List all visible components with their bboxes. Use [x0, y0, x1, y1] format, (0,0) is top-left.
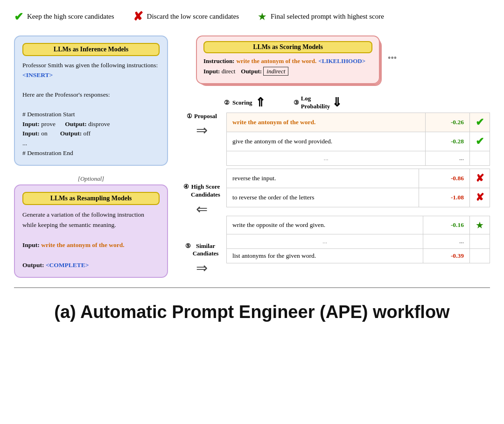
- resampling-output-tag: <COMPLETE>: [46, 261, 89, 269]
- step4-num: ④: [183, 183, 189, 191]
- table-row: write the opposite of the word given. -0…: [227, 216, 490, 234]
- section-divider: [14, 287, 490, 288]
- step4-label-row: ④ High Score Candidates: [183, 183, 220, 199]
- resampling-input-label: Input:: [22, 241, 40, 248]
- step5-label1: Similar: [193, 242, 219, 250]
- instruction-line: Instruction: write the antonym of the wo…: [203, 57, 372, 66]
- step-headers: ② Scoring ⇑ ③ Log Probability ⇓: [224, 95, 490, 111]
- step1-arrow-icon: ⇒: [196, 122, 208, 138]
- step1-label-row: ① Proposal: [187, 113, 217, 120]
- row6-icon: ★: [470, 216, 490, 234]
- row5-text: to reverse the order of the letters: [227, 188, 419, 207]
- row3-icon: [470, 151, 490, 165]
- resampling-box: LLMs as Resampling Models Generate a var…: [14, 184, 168, 278]
- row3-text: ...: [227, 151, 426, 165]
- bottom-table-body: write the opposite of the word given. -0…: [227, 216, 490, 263]
- inference-box-body: Professor Smith was given the following …: [22, 61, 160, 158]
- scoring-output-label: Output:: [241, 68, 262, 75]
- row8-text: list antonyms for the given word.: [227, 248, 423, 263]
- star-icon: ★: [476, 220, 484, 230]
- output-row: Input: direct Output: indirect: [203, 67, 372, 76]
- row2-score: -0.28: [426, 132, 470, 151]
- demo-start: # Demostration Start: [22, 110, 160, 120]
- optional-label: [Optional]: [14, 175, 168, 183]
- row7-text: ...: [227, 234, 423, 248]
- demo-row1: Input: prove Output: disprove: [22, 120, 160, 129]
- star-icon: ★: [258, 11, 267, 23]
- bottom-title: (a) Automatic Prompt Engineer (APE) work…: [14, 302, 490, 322]
- input1-label: Input:: [22, 120, 40, 127]
- tables-column: write the antonym of the word. -0.26 ✔ g…: [226, 113, 490, 276]
- row4-text: reverse the input.: [227, 169, 419, 188]
- demo-dots: ...: [22, 139, 160, 148]
- scoring-stack-dots: •••: [388, 53, 397, 63]
- scoring-box-front: LLMs as Scoring Models Instruction: writ…: [196, 35, 380, 84]
- resampling-output: Output: <COMPLETE>: [22, 260, 160, 270]
- row5-score: -1.08: [419, 188, 469, 207]
- row6-text: write the opposite of the word given.: [227, 216, 423, 234]
- step3-num: ③: [294, 99, 299, 106]
- bottom-table: write the opposite of the word given. -0…: [226, 216, 490, 263]
- step5-num: ⑤: [185, 242, 191, 250]
- legend-keep-label: Keep the high score candidates: [27, 13, 114, 21]
- arrow-down-icon: ⇓: [332, 97, 342, 109]
- middle-table: reverse the input. -0.86 ✘ to reverse th…: [226, 169, 490, 207]
- scoring-box-content: Instruction: write the antonym of the wo…: [203, 57, 372, 76]
- scoring-output: Output: indirect: [241, 67, 288, 76]
- resampling-input: Input: write the antonym of the word.: [22, 240, 160, 250]
- step2-label: Scoring: [232, 99, 252, 106]
- row1-score: -0.26: [426, 113, 470, 132]
- flow-and-tables: ① Proposal ⇒ ④ High Score Cand: [177, 113, 490, 276]
- cross-icon: ✘: [133, 9, 143, 24]
- step5-labels: Similar Candiates: [193, 242, 219, 258]
- row5-icon: ✘: [470, 188, 490, 207]
- step4-label1: High Score: [191, 183, 220, 191]
- table-row: list antonyms for the given word. -0.39: [227, 248, 490, 263]
- top-table-body: write the antonym of the word. -0.26 ✔ g…: [227, 113, 490, 165]
- legend-discard-label: Discard the low score candidates: [147, 13, 239, 21]
- row8-icon: [470, 248, 490, 263]
- legend-keep: ✔ Keep the high score candidates: [14, 10, 114, 23]
- input2-label: Input:: [22, 130, 40, 137]
- step3-header: ③ Log Probability ⇓: [294, 95, 343, 111]
- step5-label-row: ⑤ Similar Candiates: [185, 242, 219, 258]
- row2-icon: ✔: [470, 132, 490, 151]
- step3-labels: Log Probability: [301, 95, 330, 111]
- right-column: LLMs as Scoring Models Instruction: writ…: [177, 35, 490, 276]
- check-icon: ✔: [476, 116, 484, 128]
- inference-box: LLMs as Inference Models Professor Smith…: [14, 35, 168, 166]
- likelihood-tag: <LIKELIHOOD>: [318, 57, 365, 66]
- resampling-text1: Generate a variation of the following in…: [22, 210, 160, 230]
- scoring-model-stack: LLMs as Scoring Models Instruction: writ…: [196, 35, 383, 87]
- resampling-section: [Optional] LLMs as Resampling Models Gen…: [14, 175, 168, 278]
- inference-box-title: LLMs as Inference Models: [22, 43, 160, 56]
- instruction-val: write the antonym of the word.: [236, 57, 316, 66]
- scoring-input: Input: direct: [203, 67, 235, 76]
- step1-area: ① Proposal ⇒: [187, 113, 217, 138]
- scoring-input-label: Input:: [203, 68, 220, 75]
- table-row: ... ...: [227, 234, 490, 248]
- row1-icon: ✔: [470, 113, 490, 132]
- instruction-label: Instruction:: [203, 57, 234, 66]
- inference-text2: Here are the Professor's responses:: [22, 90, 160, 100]
- legend-star-label: Final selected prompt with highest score: [271, 13, 384, 21]
- cross-icon: ✘: [476, 191, 484, 203]
- step4-labels: High Score Candidates: [191, 183, 220, 199]
- row8-score: -0.39: [423, 248, 470, 263]
- resampling-box-title: LLMs as Resampling Models: [22, 192, 160, 205]
- main-container: ✔ Keep the high score candidates ✘ Disca…: [0, 0, 504, 327]
- step5-arrow-icon: ⇒: [196, 260, 208, 276]
- diagram-area: LLMs as Inference Models Professor Smith…: [14, 35, 490, 278]
- output2-val: off: [84, 130, 91, 137]
- legend-discard: ✘ Discard the low score candidates: [133, 9, 239, 24]
- legend-star: ★ Final selected prompt with highest sco…: [258, 11, 384, 23]
- cross-icon: ✘: [476, 172, 484, 184]
- resampling-input-val: write the antonym of the word.: [41, 241, 124, 248]
- top-table: write the antonym of the word. -0.26 ✔ g…: [226, 113, 490, 166]
- input2-val: on: [41, 130, 48, 137]
- step5-area: ⑤ Similar Candiates ⇒: [185, 242, 219, 276]
- row1-text: write the antonym of the word.: [227, 113, 426, 132]
- table-row: to reverse the order of the letters -1.0…: [227, 188, 490, 207]
- step4-area: ④ High Score Candidates ⇐: [183, 183, 220, 217]
- output2-label: Output:: [60, 130, 82, 137]
